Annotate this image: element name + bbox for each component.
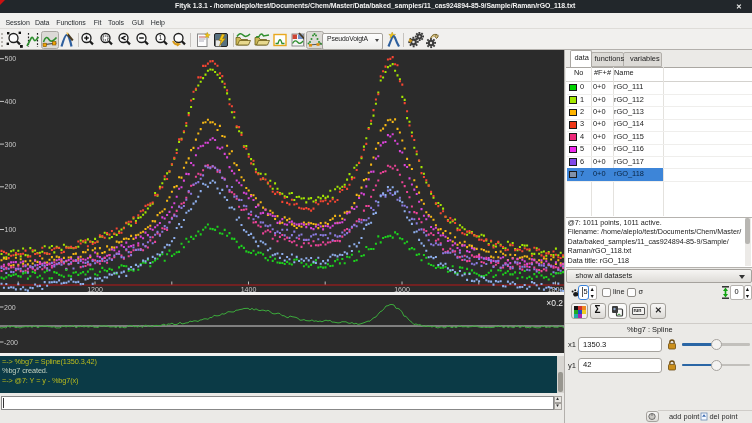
svg-text:500: 500 (5, 55, 17, 62)
svg-text:300: 300 (5, 141, 17, 148)
svg-text:400: 400 (5, 98, 17, 105)
svg-text:×0.2: ×0.2 (546, 298, 563, 308)
svg-text:-200: -200 (4, 339, 18, 346)
svg-text:200: 200 (5, 183, 17, 190)
svg-text:100: 100 (5, 226, 17, 233)
svg-text:1: 1 (158, 34, 162, 41)
svg-text:200: 200 (4, 304, 16, 311)
